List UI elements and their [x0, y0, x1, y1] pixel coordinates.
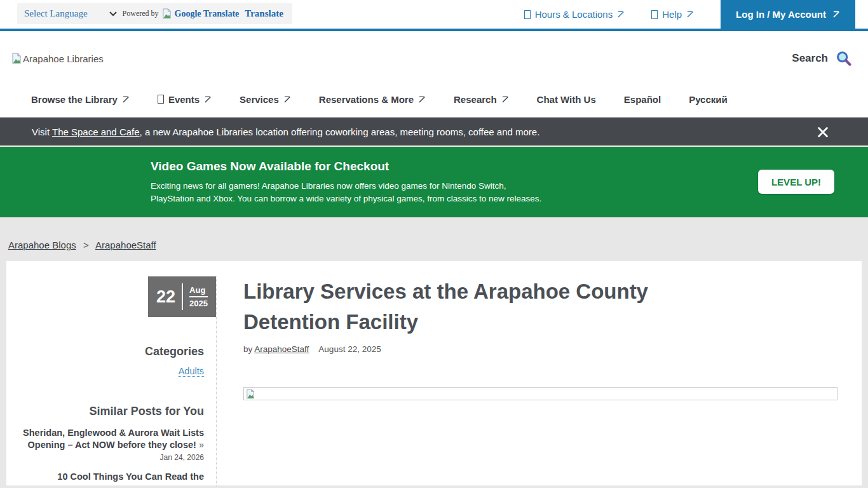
- search-icon: [836, 50, 852, 67]
- breadcrumb-arapahoe-blogs[interactable]: Arapahoe Blogs: [8, 240, 76, 250]
- language-select-label: Select Language: [24, 8, 88, 19]
- logo-alt-text: Arapahoe Libraries: [23, 53, 104, 64]
- google-translate-link[interactable]: Google Translate: [175, 9, 240, 19]
- date-day: 22: [156, 287, 175, 307]
- similar-post-date: Jan 24, 2026: [18, 453, 204, 462]
- topbar-right: Hours & Locations Help Log In / My Accou…: [524, 0, 868, 29]
- broken-image-icon: [162, 8, 172, 19]
- similar-post-link[interactable]: 10 Cool Things You Can Read the: [57, 471, 204, 482]
- alert-banner: Visit The Space and Cafe, a new Arapahoe…: [0, 118, 868, 147]
- external-link-icon: [122, 96, 130, 103]
- author-link[interactable]: ArapahoeStaff: [254, 344, 309, 354]
- external-link-icon: [418, 96, 426, 103]
- nav-espanol[interactable]: Español: [624, 92, 661, 106]
- search-button[interactable]: Search: [792, 50, 852, 67]
- breadcrumb: Arapahoe Blogs > ArapahoeStaff: [0, 217, 868, 261]
- nav-events[interactable]: Events: [158, 92, 212, 106]
- article-main: Library Services at the Arapahoe County …: [217, 276, 862, 485]
- external-link-icon: [832, 11, 840, 18]
- top-utility-bar: Select Language Powered by Google Transl…: [0, 0, 868, 31]
- site-logo[interactable]: Arapahoe Libraries: [11, 53, 104, 64]
- date-month-year: Aug 2025: [189, 285, 208, 308]
- level-up-button[interactable]: LEVEL UP!: [758, 170, 834, 194]
- location-icon: [524, 10, 531, 19]
- hours-locations-link[interactable]: Hours & Locations: [524, 9, 625, 20]
- date-divider: [182, 283, 183, 310]
- article-image-broken: [243, 387, 837, 400]
- broken-image-icon: [246, 389, 255, 399]
- categories-heading: Categories: [145, 345, 204, 358]
- translate-button[interactable]: Translate: [245, 8, 283, 19]
- external-link-icon: [617, 11, 625, 18]
- the-space-and-cafe-link[interactable]: The Space and Cafe: [52, 126, 140, 137]
- help-icon: [651, 10, 658, 19]
- powered-by-label: Powered by Google Translate: [123, 8, 240, 19]
- similar-posts-heading: Similar Posts for You: [90, 405, 204, 418]
- blog-post-card: 22 Aug 2025 Categories Adults Similar Po…: [6, 261, 862, 485]
- alert-text: Visit The Space and Cafe, a new Arapahoe…: [32, 126, 539, 137]
- similar-post: Sheridan, Englewood & Aurora Wait Lists …: [18, 427, 204, 462]
- chevron-down-icon: [109, 11, 117, 17]
- external-link-icon: [204, 96, 212, 103]
- external-link-icon: [686, 11, 694, 18]
- close-icon[interactable]: [817, 126, 829, 138]
- site-header: Arapahoe Libraries Search: [0, 31, 868, 86]
- post-date-badge: 22 Aug 2025: [148, 276, 216, 317]
- article-title: Library Services at the Arapahoe County …: [243, 276, 745, 337]
- nav-reservations-more[interactable]: Reservations & More: [319, 92, 426, 106]
- calendar-icon: [158, 95, 164, 104]
- similar-post: 10 Cool Things You Can Read the: [18, 471, 204, 483]
- main-navigation: Browse the Library Events Services Reser…: [0, 86, 868, 118]
- language-select[interactable]: Select Language: [24, 8, 117, 19]
- similar-post-link[interactable]: Sheridan, Englewood & Aurora Wait Lists …: [23, 428, 204, 450]
- promo-banner: Video Games Now Available for Checkout E…: [0, 147, 868, 217]
- login-my-account-button[interactable]: Log In / My Account: [721, 0, 855, 29]
- nav-browse-the-library[interactable]: Browse the Library: [31, 92, 130, 106]
- google-translate-widget: Select Language Powered by Google Transl…: [17, 3, 292, 24]
- double-chevron-icon: »: [199, 440, 204, 450]
- breadcrumb-arapahoestaff[interactable]: ArapahoeStaff: [95, 240, 156, 250]
- category-adults-link[interactable]: Adults: [179, 366, 204, 377]
- article-date: August 22, 2025: [318, 344, 381, 354]
- nav-chat-with-us[interactable]: Chat With Us: [537, 92, 596, 106]
- article-byline: by ArapahoeStaff August 22, 2025: [243, 344, 837, 354]
- broken-image-icon: [11, 53, 22, 64]
- external-link-icon: [283, 96, 291, 103]
- help-link[interactable]: Help: [651, 9, 694, 20]
- breadcrumb-separator: >: [83, 240, 89, 250]
- nav-services[interactable]: Services: [240, 92, 291, 106]
- post-sidebar: 22 Aug 2025 Categories Adults Similar Po…: [6, 276, 217, 485]
- byline-author-wrap: by ArapahoeStaff: [243, 344, 309, 354]
- nav-russian[interactable]: Русский: [689, 92, 728, 106]
- external-link-icon: [501, 96, 509, 103]
- nav-research[interactable]: Research: [454, 92, 509, 106]
